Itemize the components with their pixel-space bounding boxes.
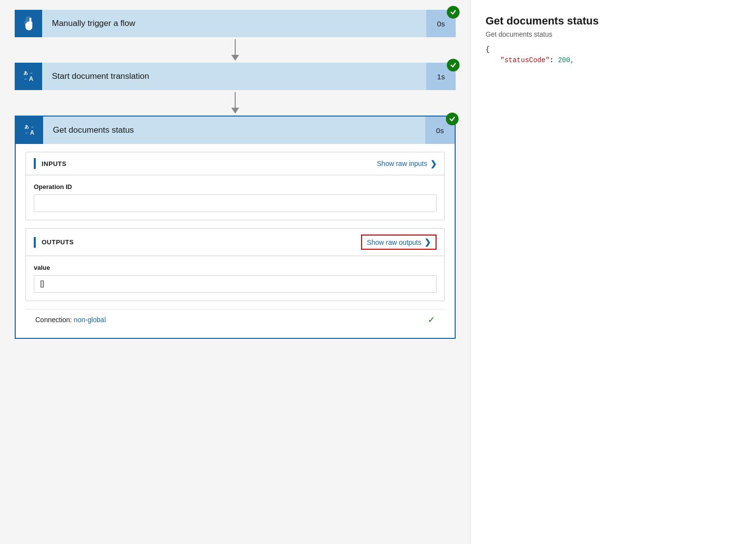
status-code-value: 200,: [558, 56, 575, 64]
status-code-key: "statusCode": [500, 56, 550, 64]
connection-row: Connection: non-global ✓: [25, 309, 445, 330]
code-block: { "statusCode": 200,: [486, 44, 741, 66]
open-brace: {: [486, 46, 489, 53]
inputs-header: INPUTS Show raw inputs ❯: [26, 152, 444, 175]
operation-id-label: Operation ID: [34, 183, 437, 190]
step-status-label: Get documents status: [43, 117, 425, 144]
right-panel: Get documents status Get documents statu…: [470, 0, 756, 544]
connector-2: [15, 90, 456, 116]
outputs-content: value []: [26, 256, 444, 301]
show-raw-inputs-button[interactable]: Show raw inputs ❯: [377, 159, 437, 168]
connection-label: Connection:: [35, 316, 72, 324]
value-label: value: [34, 264, 437, 271]
step-translate-label: Start document translation: [42, 63, 426, 90]
hand-svg: ☞: [21, 16, 36, 31]
outputs-title: OUTPUTS: [42, 238, 74, 246]
connection-check-icon: ✓: [428, 314, 435, 325]
panel-title: Get documents status: [486, 15, 741, 27]
inputs-title: INPUTS: [42, 160, 67, 167]
translate-icon-1: あ → ← A: [15, 63, 42, 90]
svg-text:☞: ☞: [24, 19, 32, 28]
step-status: あ → ← A Get documents status 0s: [15, 116, 456, 339]
panel-subtitle: Get documents status: [486, 30, 741, 38]
inputs-box: INPUTS Show raw inputs ❯ Operation ID: [25, 152, 445, 220]
step-translate: あ → ← A Start document translation 1s: [15, 63, 456, 90]
show-raw-outputs-button[interactable]: Show raw outputs ❯: [361, 235, 437, 250]
step-trigger-check: [447, 6, 460, 19]
connection-link[interactable]: non-global: [74, 316, 106, 324]
chevron-right-icon-outputs: ❯: [424, 237, 431, 247]
outputs-box: OUTPUTS Show raw outputs ❯ value []: [25, 228, 445, 301]
connector-1: [15, 37, 456, 63]
inputs-section: INPUTS Show raw inputs ❯ Operation ID: [16, 144, 455, 338]
step-trigger-label: Manually trigger a flow: [42, 10, 426, 37]
outputs-accent: [34, 237, 36, 248]
outputs-header: OUTPUTS Show raw outputs ❯: [26, 229, 444, 256]
step-translate-check: [447, 59, 460, 71]
operation-id-field[interactable]: [34, 194, 437, 212]
step-status-check: [446, 113, 459, 125]
step-trigger: ☞ Manually trigger a flow 0s: [15, 10, 456, 37]
step-status-header: あ → ← A Get documents status 0s: [16, 117, 455, 144]
chevron-right-icon-inputs: ❯: [430, 159, 437, 168]
inputs-content: Operation ID: [26, 175, 444, 220]
value-field: []: [34, 275, 437, 293]
translate-icon-2: あ → ← A: [16, 117, 43, 144]
trigger-icon: ☞: [15, 10, 42, 37]
inputs-accent: [34, 158, 36, 169]
